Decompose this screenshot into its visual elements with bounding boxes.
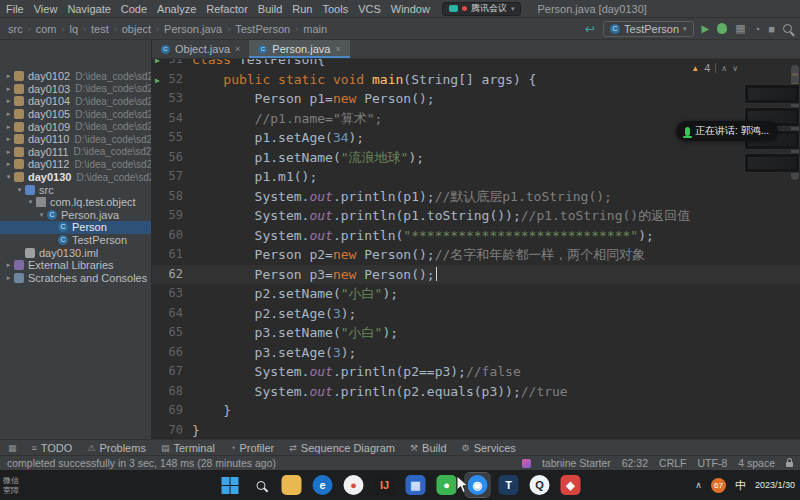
code-line-65[interactable]: 65 p3.setName("小白"); (152, 323, 800, 343)
tree-item-Scratches and Consoles[interactable]: ▸Scratches and Consoles (0, 272, 151, 285)
debug-button[interactable] (717, 23, 727, 34)
menu-build[interactable]: Build (258, 3, 282, 15)
tree-item-day0102[interactable]: ▸day0102D:\idea_code\sd2_java\day (0, 70, 151, 83)
chevron-collapsed-icon[interactable]: ▸ (4, 123, 13, 131)
coverage-icon[interactable]: ▦ (735, 22, 745, 35)
breadcrumb-item-1[interactable]: com (36, 23, 57, 35)
gutter-line-68[interactable]: 68 (152, 382, 192, 402)
file-encoding[interactable]: UTF-8 (697, 457, 727, 469)
chevron-collapsed-icon[interactable]: ▸ (4, 85, 13, 93)
breadcrumb-item-3[interactable]: test (91, 23, 109, 35)
tree-item-src[interactable]: ▾src (0, 183, 151, 196)
tree-item-day0130.iml[interactable]: day0130.iml (0, 246, 151, 259)
chevron-collapsed-icon[interactable]: ▸ (4, 274, 13, 282)
chevron-collapsed-icon[interactable]: ▸ (4, 160, 13, 168)
code-line-62[interactable]: 62 Person p3=new Person(); (152, 265, 800, 285)
tree-item-day0111[interactable]: ▸day0111D:\idea_code\sd2_java\day (0, 146, 151, 159)
caret-position[interactable]: 62:32 (622, 457, 648, 469)
taskbar-search-button[interactable] (249, 473, 273, 497)
taskbar-intellij-idea[interactable]: IJ (373, 473, 397, 497)
gutter-line-55[interactable]: 55 (152, 128, 192, 148)
run-line-icon[interactable]: ▶ (155, 71, 160, 91)
chevron-expanded-icon[interactable]: ▾ (37, 211, 46, 219)
gutter-line-61[interactable]: 61 (152, 245, 192, 265)
prev-warning-icon[interactable]: ∧ (721, 64, 727, 73)
toolwindow-build[interactable]: ⚒Build (410, 442, 447, 454)
breadcrumb-item-5[interactable]: Person.java (164, 23, 222, 35)
gutter-line-70[interactable]: 70 (152, 421, 192, 440)
back-arrow-icon[interactable]: ↩ (585, 22, 595, 36)
menu-code[interactable]: Code (121, 3, 147, 15)
toolwindow-problems[interactable]: ⚠Problems (87, 442, 146, 454)
gutter-line-67[interactable]: 67 (152, 362, 192, 382)
toolwindow-terminal[interactable]: ▤Terminal (161, 442, 215, 454)
tabnine-label[interactable]: tabnine Starter (542, 457, 611, 469)
stop-icon[interactable]: ■ (768, 23, 775, 35)
gutter-line-58[interactable]: 58 (152, 187, 192, 207)
meeting-thumbnail[interactable] (744, 84, 800, 104)
chevron-expanded-icon[interactable]: ▾ (26, 198, 35, 206)
tree-item-TestPerson[interactable]: CTestPerson (0, 234, 151, 247)
code-line-59[interactable]: 59 System.out.println(p1.toString());//p… (152, 206, 800, 226)
code-line-68[interactable]: 68 System.out.println(p2.equals(p3));//t… (152, 382, 800, 402)
menu-analyze[interactable]: Analyze (157, 3, 196, 15)
run-button[interactable]: ▶ (702, 23, 710, 34)
chevron-collapsed-icon[interactable]: ▸ (4, 110, 13, 118)
meeting-thumbnail[interactable] (744, 153, 800, 173)
tree-item-Person.java[interactable]: ▾CPerson.java (0, 209, 151, 222)
menu-navigate[interactable]: Navigate (67, 3, 110, 15)
chevron-collapsed-icon[interactable]: ▸ (4, 135, 13, 143)
breadcrumb-item-2[interactable]: lq (69, 23, 78, 35)
taskbar-file-explorer[interactable] (280, 473, 304, 497)
lock-icon[interactable] (786, 462, 793, 467)
breadcrumb-item-4[interactable]: object (122, 23, 151, 35)
gutter-line-52[interactable]: ▶52 (152, 70, 192, 90)
toolwindow-todo[interactable]: ≡TODO (32, 442, 73, 454)
taskbar-qq[interactable]: Q (528, 473, 552, 497)
tree-item-day0110[interactable]: ▸day0110D:\idea_code\sd2_java\day (0, 133, 151, 146)
chevron-collapsed-icon[interactable]: ▸ (4, 261, 13, 269)
gutter-line-64[interactable]: 64 (152, 304, 192, 324)
ime-indicator[interactable]: 中 (735, 478, 746, 493)
taskbar-widget[interactable]: 微信室障 (3, 476, 23, 496)
code-area[interactable]: ▶51class TestPerson{▶52 public static vo… (152, 59, 800, 439)
taskbar-tencent-meeting[interactable]: ◉ (466, 473, 490, 497)
chevron-collapsed-icon[interactable]: ▸ (4, 97, 13, 105)
tree-item-com.lq.test.object[interactable]: ▾com.lq.test.object (0, 196, 151, 209)
indent-setting[interactable]: 4 space (738, 457, 775, 469)
chevron-collapsed-icon[interactable]: ▸ (4, 72, 13, 80)
code-line-64[interactable]: 64 p2.setAge(3); (152, 304, 800, 324)
code-line-57[interactable]: 57 p1.m1(); (152, 167, 800, 187)
code-line-61[interactable]: 61 Person p2=new Person();//名字和年龄都一样，两个相… (152, 245, 800, 265)
code-editor[interactable]: ▶51class TestPerson{▶52 public static vo… (152, 59, 800, 439)
chevron-collapsed-icon[interactable]: ▸ (4, 148, 13, 156)
menu-tools[interactable]: Tools (322, 3, 348, 15)
meeting-pill[interactable]: 腾讯会议 ▾ (442, 2, 522, 16)
gutter-line-63[interactable]: 63 (152, 284, 192, 304)
taskbar-wechat[interactable]: ● (435, 473, 459, 497)
tray-chevron-icon[interactable]: ∧ (695, 480, 702, 490)
toolwindow-services[interactable]: ⚙Services (462, 442, 516, 454)
gutter-line-51[interactable]: ▶51 (152, 59, 192, 70)
chevron-expanded-icon[interactable]: ▾ (15, 186, 24, 194)
menu-refactor[interactable]: Refactor (206, 3, 248, 15)
taskbar-app-blue[interactable]: ▦ (404, 473, 428, 497)
tree-item-day0109[interactable]: ▸day0109D:\idea_code\sd2_java\day (0, 120, 151, 133)
menu-run[interactable]: Run (292, 3, 312, 15)
line-separator[interactable]: CRLF (659, 457, 686, 469)
gutter-line-56[interactable]: 56 (152, 148, 192, 168)
breadcrumb-item-6[interactable]: TestPerson (235, 23, 290, 35)
tree-item-day0104[interactable]: ▸day0104D:\idea_code\sd2_java\day (0, 95, 151, 108)
gutter-line-53[interactable]: 53 (152, 89, 192, 109)
toolwindow-switcher-icon[interactable]: ▦ (8, 443, 17, 453)
tree-item-day0112[interactable]: ▸day0112D:\idea_code\sd2_java\day (0, 158, 151, 171)
menu-vcs[interactable]: VCS (358, 3, 381, 15)
code-line-70[interactable]: 70} (152, 421, 800, 440)
inspections-widget[interactable]: ▲ 4 ∧ ∨ (691, 62, 738, 74)
gutter-line-60[interactable]: 60 (152, 226, 192, 246)
chevron-expanded-icon[interactable]: ▾ (4, 173, 13, 181)
breadcrumb-item-7[interactable]: main (303, 23, 327, 35)
close-icon[interactable]: × (335, 44, 340, 54)
gutter-line-59[interactable]: 59 (152, 206, 192, 226)
search-everywhere-icon[interactable] (783, 24, 792, 33)
